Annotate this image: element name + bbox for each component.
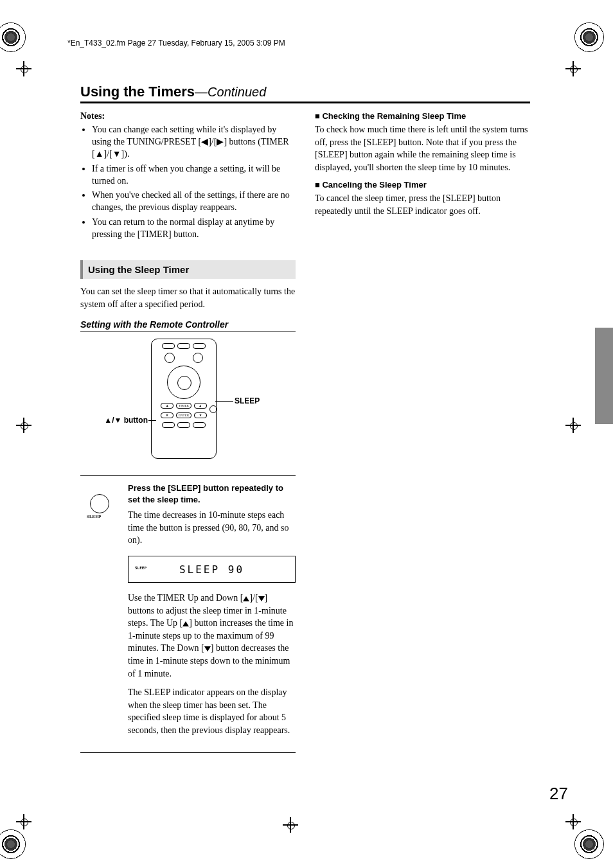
down-triangle-icon bbox=[258, 596, 265, 601]
registration-mark bbox=[16, 814, 31, 829]
up-triangle-icon bbox=[243, 596, 249, 601]
step-para-1: The time decreases in 10-minute steps ea… bbox=[128, 509, 296, 547]
display-text: SLEEP 90 bbox=[179, 563, 244, 576]
sleep-button-icon: SLEEP bbox=[90, 494, 109, 513]
right-para-2: To cancel the sleep timer, press the [SL… bbox=[315, 192, 530, 217]
note-item: When you've checked all of the settings,… bbox=[92, 190, 296, 214]
right-heading-check: Checking the Remaining Sleep Time bbox=[315, 111, 530, 121]
section-title: Using the Timers—Continued bbox=[80, 84, 530, 103]
step-icon: SLEEP bbox=[80, 483, 119, 743]
subheading-remote: Setting with the Remote Controller bbox=[80, 319, 296, 332]
left-column: Notes: You can change each setting while… bbox=[80, 111, 296, 753]
callout-line bbox=[148, 420, 156, 421]
note-item: You can change each setting while it's d… bbox=[92, 124, 296, 161]
registration-mark bbox=[565, 418, 581, 433]
note-item: If a timer is off when you change a sett… bbox=[92, 163, 296, 188]
page-edge-tab bbox=[595, 328, 613, 424]
display-indicator: SLEEP bbox=[135, 565, 147, 570]
note-item: You can return to the normal display at … bbox=[92, 217, 296, 241]
section-continued: —Continued bbox=[195, 85, 266, 99]
notes-list: You can change each setting while it's d… bbox=[80, 124, 296, 241]
sleep-intro: You can set the sleep timer so that it a… bbox=[80, 285, 296, 310]
right-heading-cancel: Canceling the Sleep Timer bbox=[315, 180, 530, 190]
step-para-2: Use the TIMER Up and Down []/[] buttons … bbox=[128, 592, 296, 680]
remote-diagram: ▲TIMER▲ ▼ENTER▼ SLEEP ▲/▼ button bbox=[80, 339, 296, 464]
registration-mark bbox=[16, 61, 31, 76]
page-content: Using the Timers—Continued Notes: You ca… bbox=[80, 84, 530, 753]
crop-ornament-bl bbox=[0, 829, 26, 859]
step-para-3: The SLEEP indicator appears on the displ… bbox=[128, 686, 296, 736]
crop-mark-header: *En_T433_02.fm Page 27 Tuesday, February… bbox=[67, 39, 285, 48]
display-example: SLEEP SLEEP 90 bbox=[128, 556, 296, 583]
right-column: Checking the Remaining Sleep Time To che… bbox=[315, 111, 530, 753]
step-instruction: Press the [SLEEP] button repeatedly to s… bbox=[128, 483, 296, 505]
callout-updown: ▲/▼ button bbox=[90, 416, 148, 425]
right-para-1: To check how much time there is left unt… bbox=[315, 123, 530, 173]
section-title-text: Using the Timers bbox=[80, 84, 195, 100]
registration-mark bbox=[283, 817, 298, 833]
callout-line bbox=[215, 401, 233, 402]
callout-sleep: SLEEP bbox=[235, 396, 260, 405]
notes-heading: Notes: bbox=[80, 111, 296, 121]
sleep-timer-heading: Using the Sleep Timer bbox=[80, 260, 296, 279]
sleep-button-on-remote bbox=[209, 405, 217, 413]
sleep-button-label: SLEEP bbox=[87, 514, 101, 519]
registration-mark bbox=[16, 418, 31, 433]
crop-ornament-tr bbox=[574, 22, 604, 52]
registration-mark bbox=[565, 814, 581, 829]
remote-body: ▲TIMER▲ ▼ENTER▼ bbox=[151, 339, 217, 459]
crop-ornament-tl bbox=[0, 22, 26, 52]
up-triangle-icon bbox=[182, 621, 189, 626]
crop-ornament-br bbox=[574, 829, 604, 859]
registration-mark bbox=[565, 61, 581, 76]
down-triangle-icon bbox=[204, 646, 211, 651]
page-number: 27 bbox=[549, 784, 568, 804]
step-block: SLEEP Press the [SLEEP] button repeatedl… bbox=[80, 475, 296, 752]
